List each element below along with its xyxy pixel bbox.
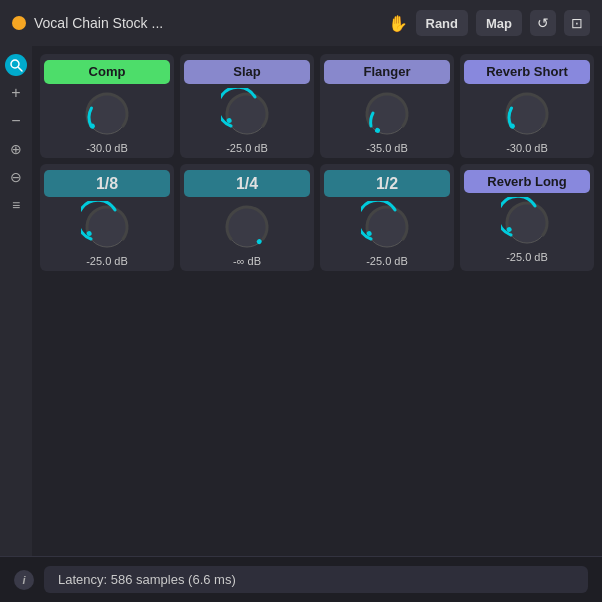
channel-reverb-short[interactable]: Reverb Short -30.0 dB: [460, 54, 594, 158]
flanger-value: -35.0 dB: [366, 142, 408, 154]
flanger-knob-container: -35.0 dB: [361, 88, 413, 154]
one-quarter-value: -∞ dB: [233, 255, 261, 267]
info-badge: i: [14, 570, 34, 590]
grid-row-1: Comp: [40, 54, 594, 158]
rand-button[interactable]: Rand: [416, 10, 469, 36]
sidebar-icon-search[interactable]: [5, 54, 27, 76]
map-button[interactable]: Map: [476, 10, 522, 36]
comp-value: -30.0 dB: [86, 142, 128, 154]
hand-icon: ✋: [388, 14, 408, 33]
one-eighth-label: 1/8: [44, 170, 170, 197]
title-text: Vocal Chain Stock ...: [34, 15, 380, 31]
reverb-short-value: -30.0 dB: [506, 142, 548, 154]
main-layout: + − ⊕ ⊖ ≡ Comp: [0, 46, 602, 556]
sidebar-icon-plus-circle[interactable]: ⊕: [5, 138, 27, 160]
reverb-short-label: Reverb Short: [464, 60, 590, 84]
channel-flanger[interactable]: Flanger -35.0 dB: [320, 54, 454, 158]
channel-one-eighth[interactable]: 1/8 -25.0 dB: [40, 164, 174, 271]
slap-knob[interactable]: [221, 88, 273, 140]
channel-one-half[interactable]: 1/2 -25.0 dB: [320, 164, 454, 271]
one-half-value: -25.0 dB: [366, 255, 408, 267]
slap-knob-container: -25.0 dB: [221, 88, 273, 154]
one-eighth-knob-container: -25.0 dB: [81, 201, 133, 267]
svg-point-0: [11, 60, 19, 68]
sidebar-icon-minus[interactable]: −: [5, 110, 27, 132]
reverb-long-label: Reverb Long: [464, 170, 590, 194]
reverb-short-knob[interactable]: [501, 88, 553, 140]
grid-row-2: 1/8 -25.0 dB: [40, 164, 594, 271]
sidebar-icon-list[interactable]: ≡: [5, 194, 27, 216]
sidebar-icon-minus-circle[interactable]: ⊖: [5, 166, 27, 188]
channel-comp[interactable]: Comp: [40, 54, 174, 158]
comp-knob-container: -30.0 dB: [81, 88, 133, 154]
sidebar-icon-add[interactable]: +: [5, 82, 27, 104]
channel-reverb-long[interactable]: Reverb Long -25.0 dB: [460, 164, 594, 271]
one-eighth-value: -25.0 dB: [86, 255, 128, 267]
reverb-long-knob-container: -25.0 dB: [501, 197, 553, 263]
save-button[interactable]: ⊡: [564, 10, 590, 36]
title-bar: Vocal Chain Stock ... ✋ Rand Map ↺ ⊡: [0, 0, 602, 46]
comp-knob[interactable]: [81, 88, 133, 140]
status-bar: i Latency: 586 samples (6.6 ms): [0, 556, 602, 602]
refresh-button[interactable]: ↺: [530, 10, 556, 36]
one-eighth-knob[interactable]: [81, 201, 133, 253]
slap-label: Slap: [184, 60, 310, 84]
flanger-label: Flanger: [324, 60, 450, 84]
slap-value: -25.0 dB: [226, 142, 268, 154]
sidebar: + − ⊕ ⊖ ≡: [0, 46, 32, 556]
svg-line-1: [19, 68, 23, 72]
channel-one-quarter[interactable]: 1/4 -∞ dB: [180, 164, 314, 271]
content-area: Comp: [32, 46, 602, 556]
reverb-long-value: -25.0 dB: [506, 251, 548, 263]
flanger-knob[interactable]: [361, 88, 413, 140]
one-half-label: 1/2: [324, 170, 450, 197]
traffic-light[interactable]: [12, 16, 26, 30]
one-quarter-knob-container: -∞ dB: [221, 201, 273, 267]
one-half-knob-container: -25.0 dB: [361, 201, 413, 267]
one-half-knob[interactable]: [361, 201, 413, 253]
channel-slap[interactable]: Slap -25.0 dB: [180, 54, 314, 158]
latency-display: Latency: 586 samples (6.6 ms): [44, 566, 588, 593]
one-quarter-knob[interactable]: [221, 201, 273, 253]
comp-label: Comp: [44, 60, 170, 84]
reverb-short-knob-container: -30.0 dB: [501, 88, 553, 154]
app-window: Vocal Chain Stock ... ✋ Rand Map ↺ ⊡ + −…: [0, 0, 602, 602]
one-quarter-label: 1/4: [184, 170, 310, 197]
reverb-long-knob[interactable]: [501, 197, 553, 249]
